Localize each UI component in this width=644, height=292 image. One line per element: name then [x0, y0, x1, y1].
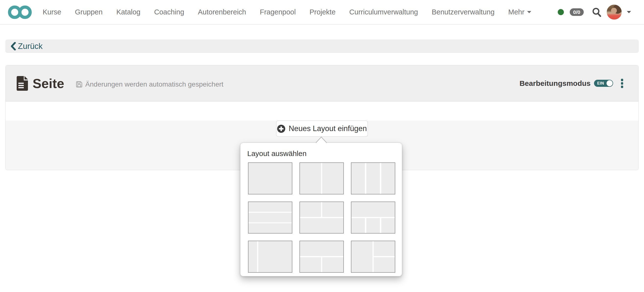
layout-option-3-rows[interactable] [248, 201, 292, 234]
popover-title: Layout auswählen [240, 143, 402, 158]
document-icon [16, 76, 28, 91]
nav-item-autorenbereich[interactable]: Autorenbereich [198, 8, 246, 16]
layout-cell [352, 163, 365, 194]
layout-cell [352, 202, 395, 217]
page-card-header: Seite Änderungen werden automatisch gesp… [6, 65, 638, 102]
header-right-cluster: Bearbeitungsmodus EIN [520, 78, 624, 89]
navbar-right-cluster: 0/0 [558, 5, 631, 19]
layout-option-1-column[interactable] [248, 162, 292, 194]
plus-circle-icon [277, 125, 285, 133]
layout-cell [374, 257, 395, 272]
layout-cell [352, 218, 365, 233]
layout-cell [374, 241, 395, 256]
layout-cell [366, 163, 380, 194]
layout-cell [352, 241, 372, 272]
insert-layout-button[interactable]: Neues Layout einfügen [276, 121, 368, 137]
nav-item-fragenpool[interactable]: Fragenpool [260, 8, 296, 16]
layout-cell [300, 241, 343, 256]
layout-cell [248, 241, 257, 272]
layout-option-row-over-2-columns[interactable] [300, 241, 344, 273]
nav-item-kurse[interactable]: Kurse [43, 8, 61, 16]
layout-option-2-columns[interactable] [300, 162, 344, 194]
edit-mode-label: Bearbeitungsmodus [520, 79, 590, 88]
layout-option-3-columns[interactable] [351, 162, 395, 194]
layout-option-row-over-3-columns[interactable] [351, 201, 395, 234]
layout-cell [381, 163, 395, 194]
openolat-logo[interactable] [8, 4, 32, 20]
toggle-knob [606, 80, 613, 86]
popover-arrow [316, 137, 327, 143]
layout-cell [258, 241, 292, 272]
layout-cell [322, 257, 343, 272]
nav-item-curriculumverwaltung[interactable]: Curriculumverwaltung [349, 8, 418, 16]
layout-cell [300, 202, 321, 217]
layout-option-column-and-2-rows[interactable] [351, 241, 395, 273]
chat-status-badge[interactable]: 0/0 [570, 8, 584, 16]
nav-item-benutzerverwaltung[interactable]: Benutzerverwaltung [432, 8, 494, 16]
avatar[interactable] [607, 5, 622, 19]
nav-item-coaching[interactable]: Coaching [154, 8, 184, 16]
layout-cell [248, 223, 292, 233]
layout-cell [322, 163, 343, 194]
nav-item-projekte[interactable]: Projekte [310, 8, 336, 16]
chevron-left-icon [10, 42, 16, 50]
layout-cell [248, 202, 292, 212]
layout-popover: Layout auswählen [240, 143, 402, 276]
layout-cell [248, 213, 292, 223]
nav-item-mehr[interactable]: Mehr [508, 8, 532, 16]
layout-cell [300, 257, 321, 272]
status-dot [558, 9, 564, 15]
autosave-text: Änderungen werden automatisch gespeicher… [85, 80, 223, 88]
nav-item-katalog[interactable]: Katalog [116, 8, 140, 16]
layout-option-2-columns-over-row[interactable] [300, 201, 344, 234]
layout-cell [300, 163, 321, 194]
save-icon [76, 81, 82, 88]
layout-cell [322, 202, 343, 217]
user-menu-caret-icon[interactable] [626, 11, 631, 13]
layout-grid [248, 162, 402, 273]
back-label: Zurück [18, 42, 43, 51]
insert-layout-label: Neues Layout einfügen [289, 124, 367, 133]
main-nav: KurseGruppenKatalogCoachingAutorenbereic… [43, 8, 494, 16]
toggle-on-label: EIN [597, 81, 604, 86]
caret-down-icon [527, 11, 532, 13]
back-bar[interactable]: Zurück [6, 40, 638, 53]
autosave-note: Änderungen werden automatisch gespeicher… [76, 80, 223, 88]
kebab-menu-icon[interactable] [620, 78, 624, 89]
page-title: Seite [32, 76, 64, 91]
edit-mode-toggle[interactable]: EIN [594, 80, 613, 87]
top-navbar: KurseGruppenKatalogCoachingAutorenbereic… [0, 0, 644, 24]
nav-more-label: Mehr [508, 8, 524, 16]
layout-cell [248, 163, 292, 194]
layout-cell [366, 218, 380, 233]
layout-cell [381, 218, 395, 233]
layout-option-narrow-left-column[interactable] [248, 241, 292, 273]
search-icon[interactable] [592, 7, 601, 17]
layout-cell [300, 218, 343, 233]
nav-item-gruppen[interactable]: Gruppen [75, 8, 103, 16]
